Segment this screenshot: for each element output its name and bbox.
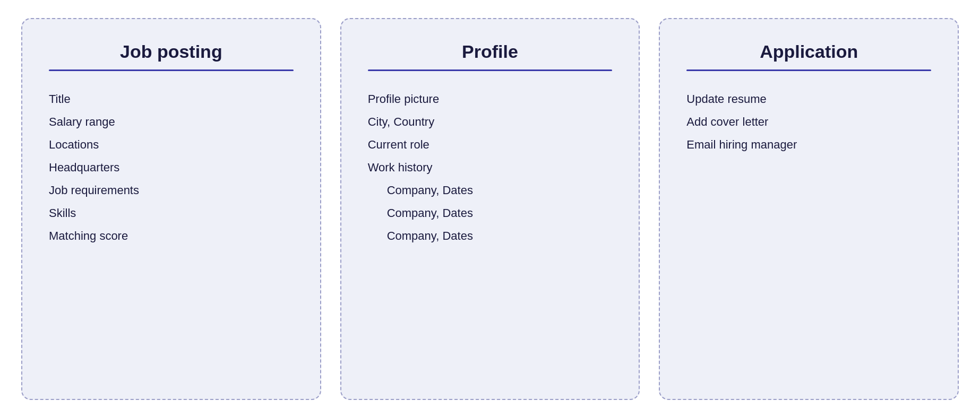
card-item-job-posting-4: Job requirements — [49, 181, 294, 199]
card-job-posting: Job postingTitleSalary rangeLocationsHea… — [21, 18, 321, 400]
card-item-job-posting-5: Skills — [49, 204, 294, 222]
card-item-job-posting-0: Title — [49, 90, 294, 108]
card-items-application: Update resumeAdd cover letterEmail hirin… — [686, 90, 931, 153]
card-title-application: Application — [686, 41, 931, 62]
card-item-profile-1: City, Country — [368, 113, 613, 130]
card-item-profile-2: Current role — [368, 136, 613, 153]
card-application: ApplicationUpdate resumeAdd cover letter… — [659, 18, 959, 400]
card-item-profile-6: Company, Dates — [368, 227, 613, 245]
card-item-job-posting-2: Locations — [49, 136, 294, 153]
card-item-profile-3: Work history — [368, 159, 613, 176]
card-divider-job-posting — [49, 69, 294, 71]
card-item-application-1: Add cover letter — [686, 113, 931, 130]
cards-container: Job postingTitleSalary rangeLocationsHea… — [21, 18, 959, 400]
card-profile: ProfileProfile pictureCity, CountryCurre… — [340, 18, 640, 400]
card-item-job-posting-6: Matching score — [49, 227, 294, 245]
card-title-job-posting: Job posting — [49, 41, 294, 62]
card-item-profile-4: Company, Dates — [368, 181, 613, 199]
card-item-profile-5: Company, Dates — [368, 204, 613, 222]
card-item-job-posting-1: Salary range — [49, 113, 294, 130]
card-item-application-0: Update resume — [686, 90, 931, 108]
card-title-profile: Profile — [368, 41, 613, 62]
card-item-application-2: Email hiring manager — [686, 136, 931, 153]
card-item-profile-0: Profile picture — [368, 90, 613, 108]
card-divider-profile — [368, 69, 613, 71]
card-items-profile: Profile pictureCity, CountryCurrent role… — [368, 90, 613, 245]
card-item-job-posting-3: Headquarters — [49, 159, 294, 176]
card-divider-application — [686, 69, 931, 71]
card-items-job-posting: TitleSalary rangeLocationsHeadquartersJo… — [49, 90, 294, 245]
